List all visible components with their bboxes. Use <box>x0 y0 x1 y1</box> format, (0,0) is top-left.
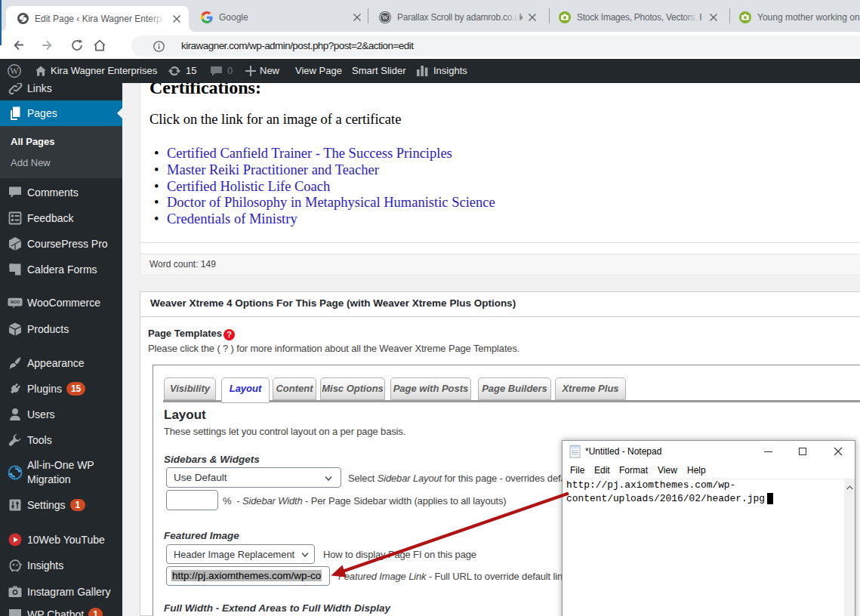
svg-text:W: W <box>10 66 19 76</box>
svg-text:W: W <box>382 14 389 21</box>
svg-text:WOO: WOO <box>11 300 20 304</box>
